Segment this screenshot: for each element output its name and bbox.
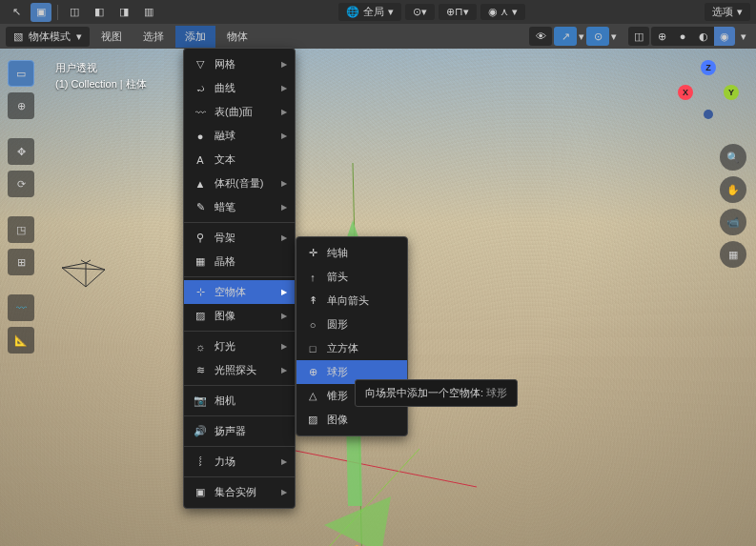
submenu-arrow-icon: ▶ — [281, 84, 287, 92]
empty-submenu-item[interactable]: ✛纯轴 — [296, 241, 407, 265]
submenu-arrow-icon: ▶ — [281, 312, 287, 320]
cursor-tool[interactable]: ⊕ — [8, 92, 34, 119]
measure-tool[interactable]: 📐 — [8, 327, 34, 354]
empty-submenu-item[interactable]: ↑箭头 — [296, 265, 407, 289]
menu-select[interactable]: 选择 — [133, 26, 174, 48]
add-menu-item[interactable]: ▲体积(音量)▶ — [184, 172, 295, 195]
cursor-tool-icon[interactable]: ↖ — [6, 3, 27, 22]
submenu-arrow-icon: ▶ — [281, 203, 287, 212]
menu-view[interactable]: 视图 — [92, 26, 132, 48]
move-tool[interactable]: ✥ — [8, 138, 34, 165]
add-menu-item[interactable]: ●融球▶ — [184, 124, 295, 148]
menu-item-icon: 🔊 — [194, 425, 207, 437]
menu-item-icon: 〰 — [194, 107, 207, 118]
menu-separator — [184, 446, 295, 447]
empty-submenu-item[interactable]: □立方体 — [296, 336, 407, 360]
menu-item-label: 扬声器 — [215, 424, 246, 438]
scale-tool[interactable]: ◳ — [8, 216, 34, 243]
perspective-label: 用户透视 — [55, 60, 147, 76]
annotate-tool[interactable]: 〰 — [8, 294, 34, 321]
menu-item-label: 体积(音量) — [215, 176, 263, 191]
add-menu-item[interactable]: ≋光照探头▶ — [184, 358, 295, 382]
axis-x[interactable]: X — [678, 85, 693, 100]
menu-item-icon: ▨ — [306, 414, 319, 426]
collection-label: (1) Collection | 柱体 — [55, 76, 147, 92]
shading-solid[interactable]: ● — [672, 27, 693, 46]
menu-item-icon: □ — [306, 343, 319, 354]
shading-matprev[interactable]: ◐ — [693, 27, 714, 46]
add-menu-item[interactable]: ▦晶格 — [184, 250, 295, 273]
empty-submenu-item[interactable]: ▨图像 — [296, 408, 407, 432]
add-menu-item[interactable]: ▽网格▶ — [184, 52, 295, 76]
pan-button[interactable]: ✋ — [720, 176, 746, 203]
add-menu-item[interactable]: 📷相机 — [184, 389, 295, 413]
transform-icon-1[interactable]: ◫ — [64, 3, 85, 22]
options-dropdown[interactable]: 选项 ▾ — [705, 3, 750, 21]
zoom-button[interactable]: 🔍 — [720, 144, 746, 171]
add-menu-item[interactable]: A文本 — [184, 148, 295, 172]
xray-toggle[interactable]: ◫ — [628, 27, 649, 46]
chevron-down-icon: ▾ — [611, 30, 617, 43]
add-menu-item[interactable]: ☼灯光▶ — [184, 334, 295, 358]
submenu-arrow-icon: ▶ — [281, 108, 287, 116]
pivot-dropdown[interactable]: ⊙▾ — [405, 4, 435, 20]
submenu-arrow-icon: ▶ — [281, 60, 287, 69]
axis-y[interactable]: Y — [724, 85, 739, 100]
menu-add[interactable]: 添加 — [175, 26, 215, 48]
add-menu-item[interactable]: ⸾力场▶ — [184, 450, 295, 474]
axis-z[interactable]: Z — [701, 60, 716, 75]
mode-selector[interactable]: ▧ 物体模式 ▾ — [6, 27, 90, 47]
perspective-toggle[interactable]: ▦ — [720, 241, 746, 268]
axis-gizmo[interactable]: Z X Y — [678, 60, 739, 121]
add-menu-item[interactable]: 🔊扬声器 — [184, 419, 295, 443]
chevron-down-icon: ▾ — [737, 6, 743, 18]
menu-item-icon: ↟ — [306, 294, 319, 307]
empty-submenu-item[interactable]: ↟单向箭头 — [296, 289, 407, 313]
menu-item-label: 箭头 — [327, 270, 348, 284]
chevron-down-icon: ▾ — [737, 30, 750, 43]
add-menu-item[interactable]: ⊹空物体▶ — [184, 280, 295, 304]
submenu-arrow-icon: ▶ — [281, 366, 287, 374]
menu-object[interactable]: 物体 — [217, 26, 257, 48]
add-menu-item[interactable]: 〰表(曲)面▶ — [184, 100, 295, 124]
svg-line-0 — [286, 449, 477, 487]
overlay-toggle[interactable]: ⊙ — [586, 27, 609, 46]
menu-separator — [184, 331, 295, 332]
proportional-dropdown[interactable]: ◉ ⋏ ▾ — [480, 4, 524, 20]
add-menu-item[interactable]: ఎ曲线▶ — [184, 76, 295, 100]
add-menu-item[interactable]: ⚲骨架▶ — [184, 226, 295, 250]
orientation-dropdown[interactable]: 🌐 全局 ▾ — [338, 3, 401, 21]
selectability-toggle[interactable]: 👁 — [529, 27, 552, 46]
shading-rendered[interactable]: ◉ — [714, 27, 735, 46]
chevron-down-icon: ▾ — [388, 6, 394, 18]
snap-dropdown[interactable]: ⊕⊓▾ — [439, 4, 477, 20]
top-toolbar: ↖ ▣ ◫ ◧ ◨ ▥ 🌐 全局 ▾ ⊙▾ ⊕⊓▾ ◉ ⋏ ▾ 选项 ▾ — [0, 0, 756, 24]
add-menu-item[interactable]: ▣集合实例▶ — [184, 480, 295, 504]
menu-item-icon: ⊹ — [194, 286, 207, 298]
add-menu-item[interactable]: ▨图像▶ — [184, 304, 295, 328]
axis-neg-z[interactable] — [704, 110, 713, 119]
menu-item-label: 集合实例 — [215, 485, 256, 499]
camera-view-button[interactable]: 📹 — [720, 209, 746, 235]
viewport-header: ▧ 物体模式 ▾ 视图 选择 添加 物体 👁 ↗ ▾ ⊙ ▾ ◫ ⊕ ● ◐ ◉… — [0, 24, 756, 49]
transform-icon-3[interactable]: ◨ — [113, 3, 134, 22]
menu-item-label: 空物体 — [215, 285, 246, 299]
viewport-controls: 🔍 ✋ 📹 ▦ — [720, 144, 746, 268]
submenu-arrow-icon: ▶ — [281, 131, 287, 140]
empty-submenu-item[interactable]: ○圆形 — [296, 313, 407, 336]
select-tool[interactable]: ▭ — [8, 60, 34, 87]
camera-object[interactable] — [57, 258, 114, 296]
transform-icon-2[interactable]: ◧ — [89, 3, 110, 22]
submenu-arrow-icon: ▶ — [281, 233, 287, 242]
transform-icon-4[interactable]: ▥ — [138, 3, 159, 22]
select-box-icon[interactable]: ▣ — [31, 3, 51, 22]
menu-separator — [184, 476, 295, 477]
transform-tool[interactable]: ⊞ — [8, 249, 34, 275]
rotate-tool[interactable]: ⟳ — [8, 171, 34, 197]
menu-separator — [184, 276, 295, 277]
gizmo-toggle[interactable]: ↗ — [554, 27, 577, 46]
shading-wireframe[interactable]: ⊕ — [651, 27, 672, 46]
scope-label: 全局 — [363, 5, 384, 19]
add-menu-item[interactable]: ✎蜡笔▶ — [184, 195, 295, 219]
menu-item-label: 曲线 — [215, 81, 235, 95]
